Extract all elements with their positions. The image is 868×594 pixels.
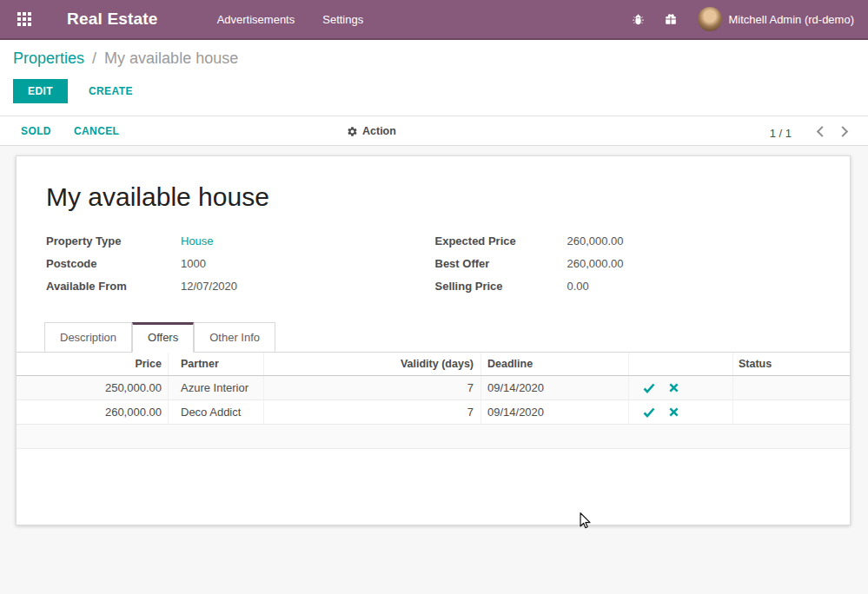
column-header-status[interactable]: Status [733, 353, 850, 375]
top-navbar: Real Estate Advertisements Settings Mitc… [0, 0, 868, 40]
offer-validity: 7 [264, 400, 481, 424]
offers-table-header: Price Partner Validity (days) Deadline S… [17, 353, 850, 376]
offer-actions [629, 376, 733, 399]
create-button[interactable]: CREATE [89, 85, 133, 97]
offer-partner: Deco Addict [169, 400, 264, 424]
avatar [698, 7, 722, 31]
field-value-property-type[interactable]: House [181, 234, 214, 248]
field-value-best-offer: 260,000.00 [567, 257, 624, 270]
user-name: Mitchell Admin (rd-demo) [729, 13, 855, 26]
offer-deadline: 09/14/2020 [481, 376, 629, 399]
gear-icon [347, 126, 358, 137]
form-sheet: My available house Property Type House P… [16, 155, 851, 525]
offer-row-deco-addict[interactable]: 260,000.00 Deco Addict 7 09/14/2020 [17, 400, 850, 425]
field-label-selling-price: Selling Price [435, 280, 567, 293]
refuse-offer-button[interactable] [668, 382, 679, 393]
pager: 1 / 1 [770, 123, 852, 142]
offer-deadline: 09/14/2020 [481, 400, 629, 424]
field-label-property-type: Property Type [46, 234, 181, 248]
offer-validity: 7 [264, 376, 481, 399]
offer-price: 260,000.00 [17, 400, 169, 424]
menu-settings[interactable]: Settings [312, 6, 374, 33]
column-header-price[interactable]: Price [17, 353, 169, 375]
notebook-tabs: Description Offers Other Info [17, 321, 850, 353]
field-label-best-offer: Best Offer [435, 257, 567, 270]
bug-icon[interactable] [632, 12, 646, 26]
accept-offer-button[interactable] [643, 382, 655, 394]
offer-partner: Azure Interior [169, 376, 264, 399]
record-title: My available house [46, 182, 850, 212]
empty-stripe-row [17, 425, 850, 449]
offer-status [733, 400, 850, 424]
breadcrumb-separator: / [92, 50, 96, 67]
field-value-postcode: 1000 [181, 257, 206, 270]
chevron-right-icon[interactable] [837, 123, 852, 142]
menu-advertisements[interactable]: Advertisements [207, 6, 306, 33]
cancel-button[interactable]: CANCEL [74, 125, 119, 137]
sold-button[interactable]: SOLD [21, 125, 51, 137]
field-label-postcode: Postcode [46, 257, 181, 270]
breadcrumb: Properties / My available house [0, 50, 868, 68]
column-header-deadline[interactable]: Deadline [481, 353, 629, 375]
offer-row-azure-interior[interactable]: 250,000.00 Azure Interior 7 09/14/2020 [17, 376, 850, 400]
app-title: Real Estate [67, 10, 158, 29]
apps-grid-icon[interactable] [17, 12, 32, 27]
control-panel: Properties / My available house EDIT CRE… [0, 40, 868, 116]
offer-price: 250,000.00 [17, 376, 169, 399]
column-header-validity[interactable]: Validity (days) [264, 353, 481, 375]
refuse-offer-button[interactable] [668, 406, 679, 418]
tab-description[interactable]: Description [44, 322, 132, 353]
breadcrumb-properties-link[interactable]: Properties [13, 50, 84, 67]
offer-actions [629, 400, 733, 424]
tab-other-info[interactable]: Other Info [194, 322, 275, 353]
form-view-background: My available house Property Type House P… [0, 146, 868, 594]
field-value-selling-price: 0.00 [567, 280, 589, 293]
gift-icon[interactable] [665, 12, 679, 26]
field-value-available-from: 12/07/2020 [181, 280, 237, 293]
offer-status [733, 376, 850, 399]
field-label-expected-price: Expected Price [435, 234, 567, 248]
chevron-left-icon[interactable] [812, 123, 828, 142]
pager-count: 1 / 1 [770, 127, 792, 140]
edit-button[interactable]: EDIT [13, 79, 68, 103]
navbar-menu: Advertisements Settings [207, 6, 374, 33]
user-menu[interactable]: Mitchell Admin (rd-demo) [698, 7, 855, 31]
action-menu-label: Action [362, 125, 396, 137]
statusbar: SOLD CANCEL [0, 116, 868, 146]
tab-offers[interactable]: Offers [132, 322, 194, 353]
field-value-expected-price: 260,000.00 [567, 234, 624, 248]
accept-offer-button[interactable] [643, 406, 655, 419]
offers-table: Price Partner Validity (days) Deadline S… [17, 353, 850, 449]
action-menu-button[interactable]: Action [347, 125, 396, 137]
column-header-actions [629, 353, 733, 375]
column-header-partner[interactable]: Partner [169, 353, 264, 375]
field-label-available-from: Available From [46, 280, 181, 293]
breadcrumb-current: My available house [104, 50, 238, 67]
